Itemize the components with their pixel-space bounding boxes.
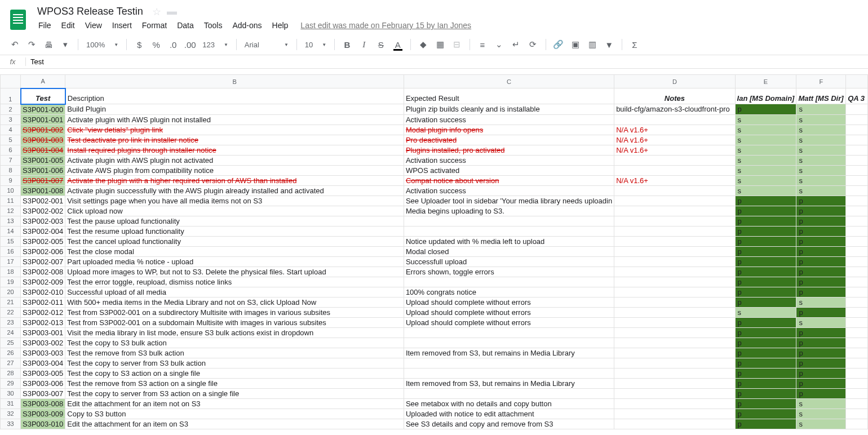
fill-color-button[interactable]: ◆ [415, 37, 431, 52]
comment-button[interactable]: ▣ [568, 37, 583, 52]
move-folder-icon[interactable]: ▬ [167, 6, 177, 17]
doc-title-input[interactable] [34, 5, 147, 19]
fx-label: fx [0, 57, 26, 66]
formula-input[interactable] [26, 57, 868, 66]
link-button[interactable]: 🔗 [551, 37, 566, 52]
menu-data[interactable]: Data [172, 19, 198, 32]
merge-button[interactable]: ⊟ [449, 37, 465, 52]
text-color-button[interactable]: A [390, 37, 406, 52]
italic-button[interactable]: I [356, 37, 372, 52]
font-select[interactable]: Arial▼ [241, 37, 292, 52]
menu-add-ons[interactable]: Add-ons [228, 19, 266, 32]
wrap-button[interactable]: ↵ [508, 37, 524, 52]
font-size-select[interactable]: 10▼ [302, 37, 330, 52]
star-icon[interactable]: ☆ [152, 6, 161, 18]
rotate-button[interactable]: ⟳ [525, 37, 541, 52]
redo-button[interactable]: ↷ [24, 37, 39, 52]
menu-edit[interactable]: Edit [57, 19, 79, 32]
menu-help[interactable]: Help [268, 19, 293, 32]
menu-view[interactable]: View [81, 19, 107, 32]
h-align-button[interactable]: ≡ [475, 37, 490, 52]
percent-button[interactable]: % [148, 37, 164, 52]
decrease-decimal-button[interactable]: .0 [165, 37, 181, 52]
functions-button[interactable]: Σ [627, 37, 643, 52]
increase-decimal-button[interactable]: .00 [182, 37, 198, 52]
toolbar: ↶ ↷ 🖶 ▾ 100%▼ $ % .0 .00 123▼ Arial▼ 10▼… [0, 34, 868, 55]
currency-button[interactable]: $ [131, 37, 147, 52]
v-align-button[interactable]: ⌄ [491, 37, 507, 52]
zoom-select[interactable]: 100%▼ [83, 37, 122, 52]
menu-file[interactable]: File [34, 19, 56, 32]
last-edit-link[interactable]: Last edit was made on February 15 by Ian… [300, 21, 471, 30]
undo-button[interactable]: ↶ [7, 37, 23, 52]
sheets-logo[interactable] [7, 8, 29, 31]
borders-button[interactable]: ▦ [432, 37, 448, 52]
paint-format-button[interactable]: ▾ [57, 37, 73, 52]
number-format-select[interactable]: 123▼ [199, 37, 232, 52]
chart-button[interactable]: ▥ [584, 37, 600, 52]
print-button[interactable]: 🖶 [41, 37, 56, 52]
strikethrough-button[interactable]: S [373, 37, 389, 52]
menu-insert[interactable]: Insert [108, 19, 136, 32]
menu-tools[interactable]: Tools [200, 19, 227, 32]
bold-button[interactable]: B [339, 37, 355, 52]
menu-format[interactable]: Format [138, 19, 171, 32]
filter-button[interactable]: ▼ [601, 37, 617, 52]
